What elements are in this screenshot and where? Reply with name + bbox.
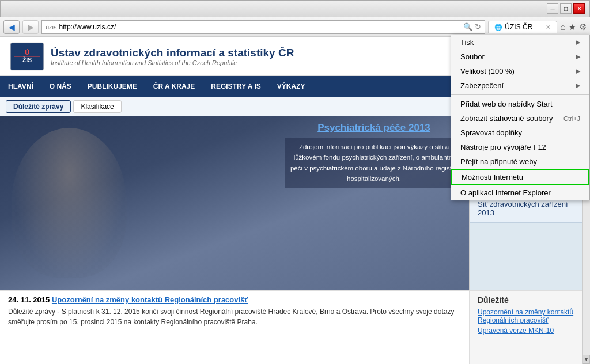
important-title: Důležité bbox=[478, 295, 582, 305]
tab-favicon: 🌐 bbox=[494, 24, 502, 31]
site-subtitle: Institute of Health Information and Stat… bbox=[51, 59, 294, 66]
svg-text:Ú: Ú bbox=[25, 48, 29, 55]
nav-item-vykazy[interactable]: VÝKAZY bbox=[269, 76, 313, 97]
context-menu: Tisk ▶ Soubor ▶ Velikost (100 %) ▶ Zabez… bbox=[451, 35, 590, 200]
home-icon[interactable]: ⌂ bbox=[560, 22, 566, 32]
browser-icons: ⌂ ★ ⚙ bbox=[560, 22, 587, 32]
browser-toolbar: ◀ ▶ úzis http://www.uzis.cz/ 🔍 ↻ 🌐 ÚZIS … bbox=[0, 17, 590, 37]
hero-description: Zdrojem informací pro publikaci jsou výk… bbox=[285, 138, 463, 188]
ctx-item-tisk[interactable]: Tisk ▶ bbox=[451, 35, 589, 50]
ctx-nastroje-label: Nástroje pro vývojáře F12 bbox=[460, 143, 546, 151]
ctx-item-aplikaci[interactable]: O aplikaci Internet Explorer bbox=[451, 185, 589, 200]
scroll-down-button[interactable]: ▼ bbox=[583, 355, 590, 364]
ctx-item-nastroje[interactable]: Nástroje pro vývojáře F12 bbox=[451, 140, 589, 154]
ctx-soubor-arrow: ▶ bbox=[576, 53, 580, 60]
settings-icon[interactable]: ⚙ bbox=[579, 22, 587, 32]
site-title: Ústav zdravotnických informací a statist… bbox=[51, 47, 294, 59]
ctx-spravovat-label: Spravovat doplňky bbox=[460, 128, 522, 137]
close-button[interactable]: ✕ bbox=[573, 3, 585, 14]
nav-item-hlavni[interactable]: HLAVNÍ bbox=[0, 76, 41, 97]
active-tab[interactable]: 🌐 ÚZIS ČR ✕ bbox=[488, 21, 557, 33]
ctx-item-zabezpeceni[interactable]: Zabezpečení ▶ bbox=[451, 78, 589, 93]
news-left: 24. 11. 2015 Upozornění na změny kontakt… bbox=[0, 291, 469, 364]
site-logo[interactable]: Ú ŽIS bbox=[9, 41, 45, 71]
window-controls: ─ □ ✕ bbox=[547, 3, 585, 14]
hero-text-overlay: Psychiatrická péče 2013 Zdrojem informac… bbox=[285, 122, 463, 188]
hero-area: Psychiatrická péče 2013 Zdrojem informac… bbox=[0, 116, 469, 290]
address-bar[interactable]: úzis http://www.uzis.cz/ 🔍 ↻ bbox=[41, 20, 485, 34]
title-area: Ústav zdravotnických informací a statist… bbox=[51, 47, 294, 66]
hero-title[interactable]: Psychiatrická péče 2013 bbox=[285, 122, 463, 134]
ctx-item-moznosti[interactable]: Možnosti Internetu bbox=[451, 169, 589, 185]
ctx-item-zobrazit[interactable]: Zobrazit stahované soubory Ctrl+J bbox=[451, 111, 589, 126]
ctx-zobrazit-label: Zobrazit stahované soubory bbox=[460, 114, 553, 123]
ctx-item-spravovat[interactable]: Spravovat doplňky bbox=[451, 126, 589, 140]
news-right: Důležité Upozornění na změny kontaktů Re… bbox=[469, 291, 590, 364]
ctx-velikost-label: Velikost (100 %) bbox=[460, 67, 515, 75]
hero-figure bbox=[12, 128, 127, 278]
ctx-velikost-arrow: ▶ bbox=[576, 67, 580, 75]
url-refresh-icon[interactable]: ↻ bbox=[475, 22, 481, 31]
back-button[interactable]: ◀ bbox=[3, 20, 20, 34]
ctx-item-soubor[interactable]: Soubor ▶ bbox=[451, 50, 589, 64]
ctx-moznosti-label: Možnosti Internetu bbox=[462, 173, 523, 181]
ctx-item-pridat[interactable]: Přidat web do nabídky Start bbox=[451, 97, 589, 111]
sub-tab-dulezite[interactable]: Důležité zprávy bbox=[6, 100, 71, 113]
forward-button[interactable]: ▶ bbox=[22, 20, 39, 34]
ctx-zobrazit-shortcut: Ctrl+J bbox=[563, 115, 580, 122]
news-body: Důležité zprávy - S platností k 31. 12. … bbox=[8, 306, 461, 327]
ctx-aplikaci-label: O aplikaci Internet Explorer bbox=[460, 188, 551, 197]
tab-label: ÚZIS ČR bbox=[505, 23, 532, 31]
ctx-item-prejit[interactable]: Přejít na připnuté weby bbox=[451, 154, 589, 169]
favorites-icon[interactable]: ★ bbox=[569, 22, 576, 32]
svg-text:ŽIS: ŽIS bbox=[22, 56, 32, 63]
url-prefix: úzis bbox=[46, 24, 57, 31]
ctx-zabezpeceni-label: Zabezpečení bbox=[460, 81, 504, 90]
ctx-tisk-arrow: ▶ bbox=[576, 39, 580, 46]
news-title-link[interactable]: Upozornění na změny kontaktů Regionálníc… bbox=[52, 295, 248, 304]
tab-area: 🌐 ÚZIS ČR ✕ bbox=[488, 21, 557, 33]
ctx-pridat-label: Přidat web do nabídky Start bbox=[460, 100, 553, 108]
window-chrome: ─ □ ✕ bbox=[0, 0, 590, 17]
nav-item-publikujeme[interactable]: PUBLIKUJEME bbox=[80, 76, 145, 97]
url-text: http://www.uzis.cz/ bbox=[59, 23, 116, 31]
ctx-item-velikost[interactable]: Velikost (100 %) ▶ bbox=[451, 64, 589, 78]
tab-close-icon[interactable]: ✕ bbox=[546, 24, 551, 31]
minimize-button[interactable]: ─ bbox=[547, 3, 558, 14]
maximize-button[interactable]: □ bbox=[560, 3, 572, 14]
news-section: 24. 11. 2015 Upozornění na změny kontakt… bbox=[0, 290, 590, 364]
ctx-prejit-label: Přejít na připnuté weby bbox=[460, 157, 537, 166]
important-link-1[interactable]: Upozornění na změny kontaktů Regionálníc… bbox=[478, 308, 582, 324]
nav-item-registry[interactable]: REGISTRY A IS bbox=[203, 76, 268, 97]
nav-item-onas[interactable]: O NÁS bbox=[41, 76, 80, 97]
logo-svg: Ú ŽIS bbox=[9, 41, 45, 71]
url-search-icon[interactable]: 🔍 bbox=[463, 22, 472, 31]
sub-tab-klasifikace[interactable]: Klasifikace bbox=[73, 100, 121, 113]
nav-item-crakraje[interactable]: ČR A KRAJE bbox=[145, 76, 203, 97]
ctx-soubor-label: Soubor bbox=[460, 52, 485, 61]
ctx-tisk-label: Tisk bbox=[460, 38, 474, 47]
important-link-2[interactable]: Upravená verze MKN-10 bbox=[478, 327, 582, 335]
ctx-zabezpeceni-arrow: ▶ bbox=[576, 82, 580, 89]
news-date: 24. 11. 2015 bbox=[8, 295, 50, 304]
ctx-separator-1 bbox=[451, 94, 589, 95]
